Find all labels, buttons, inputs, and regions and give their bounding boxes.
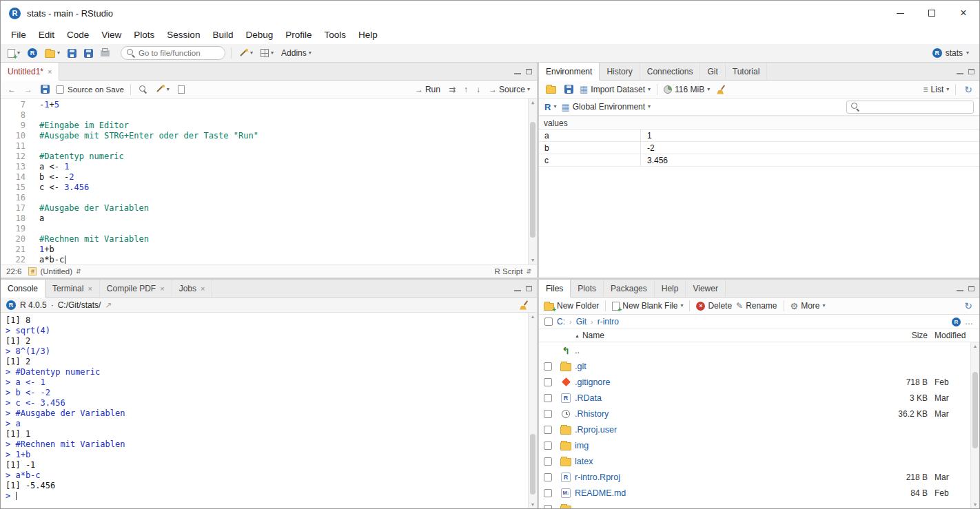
maximize-pane-button[interactable] <box>526 69 532 74</box>
menu-profile[interactable]: Profile <box>279 25 318 44</box>
name-column-header[interactable]: ▲Name <box>575 331 881 340</box>
file-checkbox[interactable] <box>544 457 552 466</box>
file-row[interactable]: img <box>539 437 970 453</box>
file-row[interactable] <box>539 501 970 508</box>
code-tools-menu-button[interactable]: ▾ <box>154 83 172 95</box>
menu-debug[interactable]: Debug <box>239 25 279 44</box>
rename-button[interactable]: ✎Rename <box>736 301 777 311</box>
editor-line[interactable]: #Ausgabe der Variablen <box>39 203 537 214</box>
file-checkbox[interactable] <box>544 473 552 481</box>
editor-line[interactable] <box>39 193 537 203</box>
file-row[interactable]: latex <box>539 453 970 469</box>
panes-layout-button[interactable]: ▾ <box>258 48 276 59</box>
tab-untitled1-[interactable]: Untitled1*× <box>1 63 59 81</box>
file-checkbox[interactable] <box>544 442 552 450</box>
file-name-link[interactable]: .RData <box>575 393 881 403</box>
save-workspace-button[interactable] <box>562 83 575 95</box>
save-button[interactable] <box>65 48 79 59</box>
next-chunk-button[interactable]: ↓ <box>474 84 482 95</box>
close-tab-icon[interactable]: × <box>160 284 164 293</box>
editor-line[interactable]: a <- 1 <box>39 162 537 172</box>
breadcrumb-more-button[interactable]: … <box>965 317 974 326</box>
scroll-up-arrow[interactable]: ▲ <box>529 314 537 319</box>
source-button[interactable]: →Source▾ <box>487 83 532 96</box>
save-source-button[interactable] <box>39 83 52 95</box>
refresh-button[interactable]: ↻ <box>962 299 974 313</box>
tab-plots[interactable]: Plots <box>571 280 604 297</box>
compile-report-button[interactable] <box>176 84 187 95</box>
select-all-checkbox[interactable] <box>544 318 553 326</box>
minimize-pane-button[interactable] <box>514 68 521 74</box>
tab-files[interactable]: Files <box>539 280 571 298</box>
scroll-down-arrow[interactable]: ▼ <box>529 502 537 507</box>
tab-environment[interactable]: Environment <box>539 63 600 81</box>
editor-line[interactable]: a*b-c <box>39 255 537 264</box>
tab-terminal[interactable]: Terminal× <box>45 280 100 297</box>
more-button[interactable]: ⚙More▾ <box>790 301 826 311</box>
tab-help[interactable]: Help <box>655 280 686 297</box>
menu-code[interactable]: Code <box>61 25 95 44</box>
scrollbar-thumb[interactable] <box>972 372 978 448</box>
open-file-button[interactable]: ▾ <box>43 48 62 59</box>
save-all-button[interactable] <box>82 48 95 59</box>
new-blank-file-button[interactable]: New Blank File▾ <box>612 301 683 311</box>
file-row[interactable]: .git <box>539 358 970 374</box>
scrollbar-thumb[interactable] <box>530 434 535 495</box>
file-name-link[interactable]: README.md <box>575 488 881 498</box>
breadcrumb-item[interactable]: Git <box>576 317 586 326</box>
file-row[interactable]: .Rhistory36.2 KBMar <box>539 406 970 422</box>
clear-console-button[interactable] <box>517 299 531 311</box>
file-checkbox[interactable] <box>544 426 552 434</box>
file-checkbox[interactable] <box>544 362 552 371</box>
section-selector[interactable]: # (Untitled) ⇵ <box>28 267 81 276</box>
file-name-link[interactable]: r-intro.Rproj <box>575 472 881 482</box>
breadcrumb-item[interactable]: C: <box>557 317 565 326</box>
source-on-save-toggle[interactable]: Source on Save <box>56 85 124 94</box>
memory-usage-button[interactable]: 116 MiB▾ <box>664 85 710 94</box>
run-button[interactable]: →Run <box>413 83 442 96</box>
forward-button[interactable]: → <box>22 84 34 95</box>
refresh-button[interactable]: ↻ <box>962 83 974 96</box>
menu-edit[interactable]: Edit <box>32 25 61 44</box>
tab-connections[interactable]: Connections <box>640 63 701 80</box>
file-name-link[interactable]: img <box>575 441 881 450</box>
tab-jobs[interactable]: Jobs× <box>172 280 213 297</box>
file-row[interactable]: R.RData3 KBMar <box>539 390 970 406</box>
scroll-down-arrow[interactable]: ▼ <box>971 502 979 507</box>
scroll-down-arrow[interactable]: ▼ <box>529 258 537 263</box>
goto-file-input[interactable] <box>139 49 216 57</box>
project-root-button[interactable]: R <box>952 318 961 326</box>
code-tools-button[interactable]: ▾ <box>237 48 255 59</box>
close-tab-icon[interactable]: × <box>48 67 52 76</box>
file-row[interactable]: .Rproj.user <box>539 422 970 437</box>
previous-chunk-button[interactable]: ↑ <box>462 84 470 95</box>
file-row[interactable]: M↓README.md84 BFeb <box>539 485 970 501</box>
project-selector[interactable]: R stats ▾ <box>927 47 974 59</box>
menu-view[interactable]: View <box>95 25 127 44</box>
cursor-position[interactable]: 22:6 <box>6 267 21 276</box>
environment-search-box[interactable] <box>846 101 974 114</box>
menu-session[interactable]: Session <box>161 25 206 44</box>
file-name-link[interactable]: .. <box>575 346 881 355</box>
load-workspace-button[interactable] <box>544 83 558 95</box>
find-replace-button[interactable] <box>137 84 150 95</box>
close-button[interactable]: × <box>948 1 979 25</box>
environment-search-input[interactable] <box>863 103 966 111</box>
print-button[interactable] <box>99 49 112 58</box>
editor-line[interactable] <box>39 141 537 152</box>
modified-column-header[interactable]: Modified <box>935 331 970 340</box>
editor-line[interactable] <box>39 110 537 121</box>
import-dataset-button[interactable]: ▦Import Dataset▾ <box>580 85 651 94</box>
tab-packages[interactable]: Packages <box>604 280 655 297</box>
file-name-link[interactable]: .git <box>575 362 881 371</box>
scrollbar-thumb[interactable] <box>530 122 535 238</box>
tab-viewer[interactable]: Viewer <box>686 280 725 297</box>
scroll-up-arrow[interactable]: ▲ <box>529 100 537 105</box>
menu-file[interactable]: File <box>5 25 32 44</box>
file-checkbox[interactable] <box>544 378 552 386</box>
file-row[interactable]: ↰.. <box>539 342 970 358</box>
goto-file-search[interactable] <box>121 46 225 60</box>
close-tab-icon[interactable]: × <box>88 284 92 293</box>
scroll-up-arrow[interactable]: ▲ <box>971 344 979 349</box>
editor-line[interactable]: #Datentyp numeric <box>39 152 537 162</box>
